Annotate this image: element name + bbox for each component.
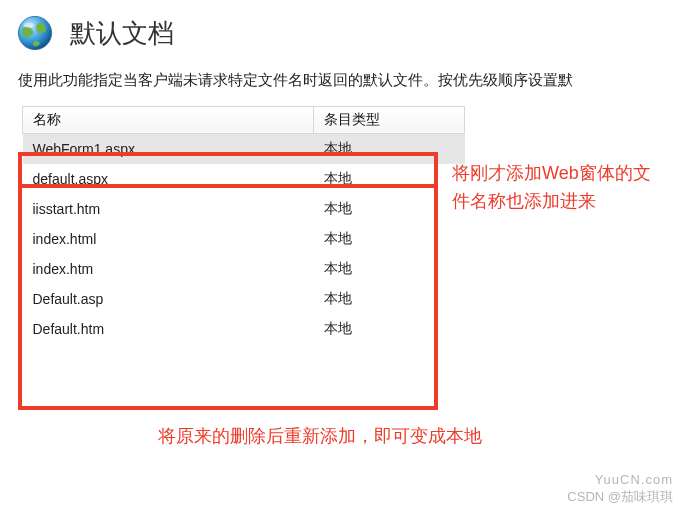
cell-type: 本地 xyxy=(314,284,465,314)
cell-name: WebForm1.aspx xyxy=(23,133,314,164)
table-row[interactable]: iisstart.htm 本地 xyxy=(23,194,465,224)
page-title: 默认文档 xyxy=(70,16,174,51)
default-documents-table[interactable]: 名称 条目类型 WebForm1.aspx 本地 default.aspx 本地… xyxy=(22,106,465,344)
cell-name: default.aspx xyxy=(23,164,314,194)
globe-icon xyxy=(14,12,56,54)
cell-type: 本地 xyxy=(314,194,465,224)
table-row[interactable]: WebForm1.aspx 本地 xyxy=(23,133,465,164)
cell-type: 本地 xyxy=(314,314,465,344)
cell-name: Default.htm xyxy=(23,314,314,344)
watermark: YuuCN.com CSDN @茄味琪琪 xyxy=(567,472,673,506)
cell-type: 本地 xyxy=(314,224,465,254)
svg-point-1 xyxy=(24,23,35,28)
table-row[interactable]: index.html 本地 xyxy=(23,224,465,254)
watermark-line1: YuuCN.com xyxy=(567,472,673,489)
table-row[interactable]: Default.htm 本地 xyxy=(23,314,465,344)
table-header-row: 名称 条目类型 xyxy=(23,106,465,133)
cell-type: 本地 xyxy=(314,254,465,284)
cell-name: Default.asp xyxy=(23,284,314,314)
table-row[interactable]: index.htm 本地 xyxy=(23,254,465,284)
column-header-type[interactable]: 条目类型 xyxy=(314,106,465,133)
page-description: 使用此功能指定当客户端未请求特定文件名时返回的默认文件。按优先级顺序设置默 xyxy=(0,64,679,106)
annotation-bottom: 将原来的删除后重新添加，即可变成本地 xyxy=(158,423,658,451)
table-row[interactable]: Default.asp 本地 xyxy=(23,284,465,314)
cell-type: 本地 xyxy=(314,164,465,194)
cell-name: iisstart.htm xyxy=(23,194,314,224)
cell-name: index.html xyxy=(23,224,314,254)
annotation-right: 将刚才添加Web窗体的文件名称也添加进来 xyxy=(452,160,662,216)
table-row[interactable]: default.aspx 本地 xyxy=(23,164,465,194)
cell-name: index.htm xyxy=(23,254,314,284)
column-header-name[interactable]: 名称 xyxy=(23,106,314,133)
cell-type: 本地 xyxy=(314,133,465,164)
watermark-line2: CSDN @茄味琪琪 xyxy=(567,489,673,506)
default-documents-table-wrap: 名称 条目类型 WebForm1.aspx 本地 default.aspx 本地… xyxy=(22,106,679,344)
page-header: 默认文档 xyxy=(0,0,679,64)
